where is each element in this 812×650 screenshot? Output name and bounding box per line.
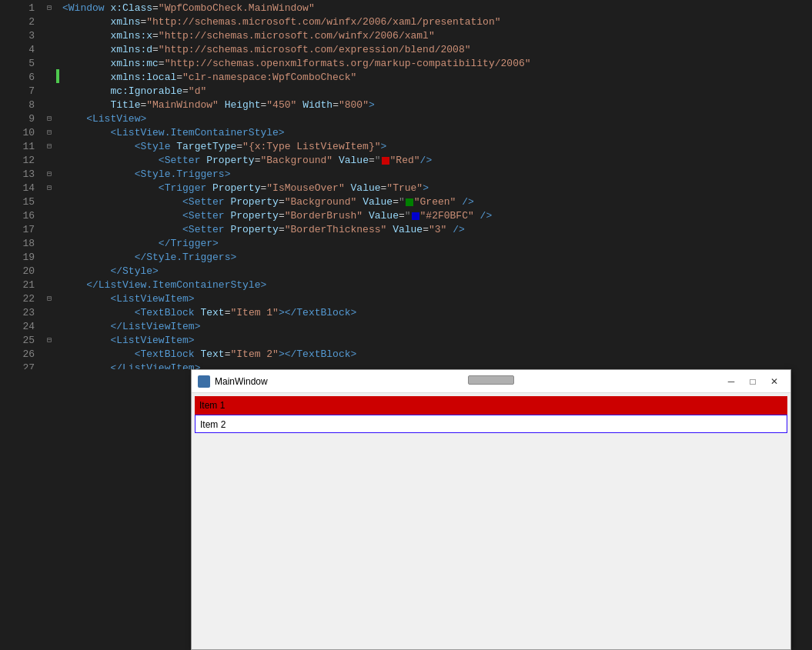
code-line-19: </Style.Triggers> [59,251,812,265]
code-lines: <Window x:Class="WpfComboCheck.MainWindo… [59,0,812,369]
code-line-14: <Trigger Property="IsMouseOver" Value="T… [59,182,812,195]
wpf-app-icon [198,375,210,388]
collapse-25[interactable]: ⊟ [47,334,52,348]
code-line-8: Title="MainWindow" Height="450" Width="8… [59,98,812,112]
collapse-11[interactable]: ⊟ [47,140,52,154]
collapse-22[interactable]: ⊟ [47,292,52,306]
listview-item-1[interactable]: Item 1 [195,396,787,415]
minimize-button[interactable]: ─ [721,374,741,389]
code-line-5: xmlns:mc="http://schemas.openxmlformats.… [59,57,812,71]
code-line-22: <ListViewItem> [59,292,812,306]
code-line-4: xmlns:d="http://schemas.microsoft.com/ex… [59,43,812,57]
code-line-21: </ListView.ItemContainerStyle> [59,278,812,292]
code-line-13: <Style.Triggers> [59,168,812,182]
code-line-1: <Window x:Class="WpfComboCheck.MainWindo… [59,2,812,15]
code-line-7: mc:Ignorable="d" [59,85,812,98]
collapse-10[interactable]: ⊟ [47,126,52,140]
code-line-9: <ListView> [59,112,812,126]
code-line-23: <TextBlock Text="Item 1"></TextBlock> [59,306,812,320]
wpf-listview: Item 1 Item 2 [192,393,790,649]
wpf-titlebar-left: MainWindow [198,375,268,388]
code-line-27: </ListViewItem> [59,362,812,369]
maximize-button[interactable]: □ [743,374,763,389]
code-line-15: <Setter Property="Background" Value=""Gr… [59,195,812,209]
code-editor: 12345 678910 1112131415 1617181920 21222… [0,0,812,369]
code-line-26: <TextBlock Text="Item 2"></TextBlock> [59,348,812,362]
collapse-14[interactable]: ⊟ [47,182,52,195]
code-line-24: </ListViewItem> [59,320,812,334]
line-numbers: 12345 678910 1112131415 1617181920 21222… [0,0,42,369]
code-line-25: <ListViewItem> [59,334,812,348]
collapse-1[interactable]: ⊟ [47,2,52,15]
code-line-11: <Style TargetType="{x:Type ListViewItem}… [59,140,812,154]
code-line-12: <Setter Property="Background" Value=""Re… [59,154,812,168]
collapse-9[interactable]: ⊟ [47,112,52,126]
wpf-window-title: MainWindow [215,376,268,387]
collapse-gutter: ⊟ ⊟ ⊟ ⊟ ⊟ ⊟ ⊟ ⊟ [42,0,56,369]
titlebar-scrollbar [468,375,514,385]
code-line-17: <Setter Property="BorderThickness" Value… [59,223,812,237]
listview-item-2[interactable]: Item 2 [195,415,787,433]
code-line-3: xmlns:x="http://schemas.microsoft.com/wi… [59,29,812,43]
close-button[interactable]: ✕ [764,374,784,389]
wpf-preview-window: MainWindow ─ □ ✕ Item 1 Item 2 [191,369,791,650]
code-line-18: </Trigger> [59,237,812,251]
code-line-10: <ListView.ItemContainerStyle> [59,126,812,140]
code-line-6: xmlns:local="clr-namespace:WpfComboCheck… [59,71,812,85]
bottom-left-area [0,369,191,650]
code-line-20: </Style> [59,265,812,278]
wpf-titlebar: MainWindow ─ □ ✕ [192,370,790,393]
wpf-window-controls[interactable]: ─ □ ✕ [721,374,784,389]
code-line-2: xmlns="http://schemas.microsoft.com/winf… [59,15,812,29]
code-line-16: <Setter Property="BorderBrush" Value=""#… [59,209,812,223]
bottom-right-area [791,369,812,650]
collapse-13[interactable]: ⊟ [47,168,52,182]
